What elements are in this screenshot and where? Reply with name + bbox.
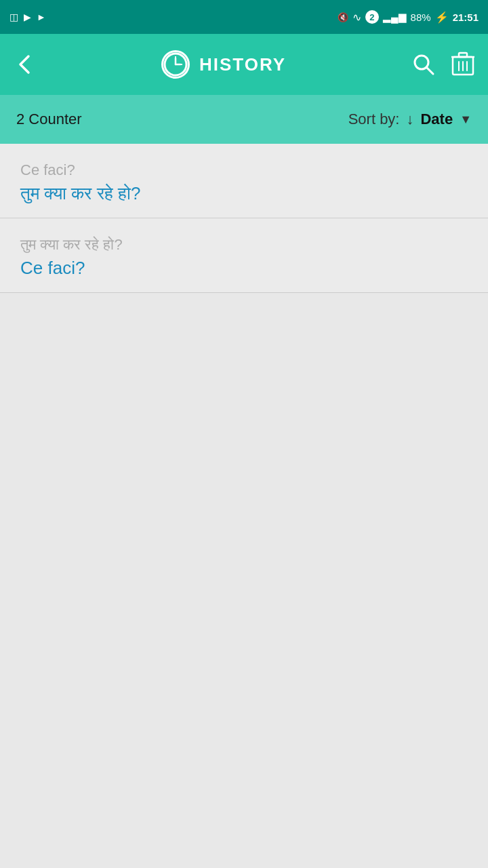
sort-controls[interactable]: Sort by: ↓ Date ▼ <box>348 111 472 128</box>
counter-label: 2 Counter <box>16 111 82 128</box>
clock-display: 21:51 <box>453 12 479 23</box>
history-item-source-text: तुम क्या कर रहे हो? <box>20 236 468 254</box>
history-item-translation-text: Ce faci? <box>20 258 468 279</box>
image-icon: ◫ <box>9 12 18 22</box>
history-list: Ce faci? तुम क्या कर रहे हो? तुम क्या कर… <box>0 144 488 293</box>
history-item[interactable]: Ce faci? तुम क्या कर रहे हो? <box>0 144 488 218</box>
svg-point-0 <box>165 54 186 75</box>
svg-rect-7 <box>459 53 467 57</box>
battery-icon: ⚡ <box>435 11 449 24</box>
app-bar-actions <box>412 52 474 77</box>
sort-by-label: Sort by: <box>348 111 400 128</box>
sort-direction-icon: ↓ <box>406 111 413 128</box>
delete-button[interactable] <box>451 52 474 77</box>
dropdown-chevron-icon[interactable]: ▼ <box>460 113 472 127</box>
page-title: HISTORY <box>199 54 286 75</box>
back-button[interactable] <box>14 54 35 75</box>
battery-level: 88% <box>411 12 431 23</box>
play-icon: ▶ <box>24 12 31 22</box>
signal-icon: ▂▄▆ <box>383 11 407 23</box>
app-bar-title-group: HISTORY <box>161 50 286 79</box>
history-item-translation-text: तुम क्या कर रहे हो? <box>20 183 468 204</box>
svg-line-4 <box>426 67 433 74</box>
search-button[interactable] <box>412 53 435 76</box>
history-item[interactable]: तुम क्या कर रहे हो? Ce faci? <box>0 218 488 293</box>
status-left-icons: ◫ ▶ ► <box>9 12 46 22</box>
history-item-source-text: Ce faci? <box>20 161 468 179</box>
wifi-icon: ∿ <box>352 11 361 24</box>
media-icon: ► <box>37 12 46 22</box>
sim-badge: 2 <box>365 10 379 24</box>
status-bar: ◫ ▶ ► 🔇 ∿ 2 ▂▄▆ 88% ⚡ 21:51 <box>0 0 488 34</box>
mute-icon: 🔇 <box>338 12 348 22</box>
history-clock-icon <box>161 50 190 79</box>
app-bar: HISTORY <box>0 34 488 95</box>
sort-bar: 2 Counter Sort by: ↓ Date ▼ <box>0 95 488 144</box>
status-right-info: 🔇 ∿ 2 ▂▄▆ 88% ⚡ 21:51 <box>338 10 479 24</box>
sort-value-label: Date <box>420 111 453 128</box>
